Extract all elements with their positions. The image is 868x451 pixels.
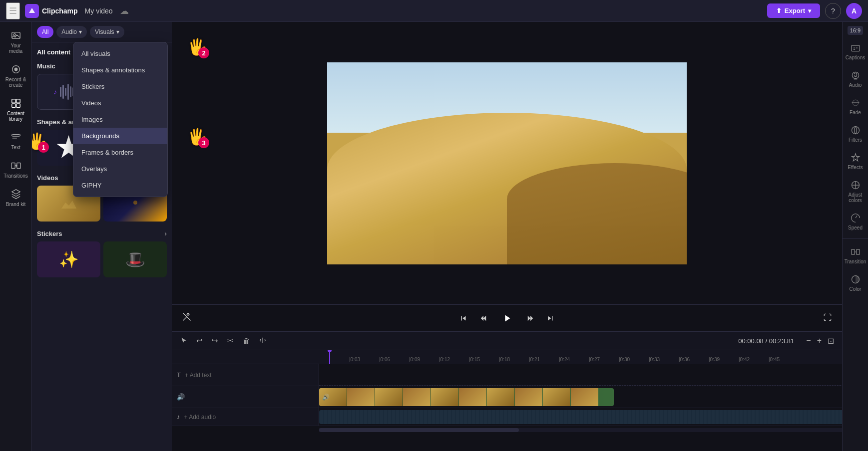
text-track-content[interactable] (319, 364, 842, 386)
magic-wand-button[interactable] (182, 312, 192, 324)
export-label: Export (785, 7, 805, 14)
stickers-section-header[interactable]: Stickers › (37, 229, 167, 237)
dropdown-item-all-visuals[interactable]: All visuals (73, 45, 167, 62)
scrollbar-thumb[interactable] (319, 428, 519, 432)
video-preview-wrapper (172, 22, 842, 304)
playhead[interactable] (329, 350, 330, 364)
export-icon: ⬆ (776, 7, 782, 14)
svg-point-14 (852, 127, 859, 134)
sidebar-item-text[interactable]: Text (2, 128, 30, 154)
cloud-sync-icon: ☁ (120, 5, 129, 16)
svg-rect-17 (856, 249, 860, 254)
dropdown-item-shapes-annotations[interactable]: Shapes & annotations (73, 62, 167, 78)
ruler-tick-5: |0:15 (469, 357, 480, 362)
dropdown-item-videos[interactable]: Videos (73, 95, 167, 111)
rewind-button[interactable] (477, 312, 490, 325)
avatar[interactable]: A (846, 3, 862, 19)
dropdown-item-frames-borders[interactable]: Frames & borders (73, 144, 167, 161)
right-sidebar-effects[interactable]: Effects (845, 149, 867, 174)
dropdown-item-giphy[interactable]: GIPHY (73, 177, 167, 194)
zoom-in-button[interactable]: + (815, 335, 824, 347)
play-icon (501, 313, 512, 324)
video-mini-thumb-8 (515, 388, 542, 406)
ruler-tick-6: |0:18 (499, 357, 510, 362)
sticker-thumb-1[interactable]: ✨ (37, 241, 100, 277)
timeline-toolbar: ↩ ↪ ✂ 🗑 00:00.08 / 00:23.81 − + ⊡ (172, 332, 842, 350)
split-icon (259, 337, 266, 344)
right-sidebar-transition[interactable]: Transition (845, 243, 867, 268)
sticker-thumb-2[interactable]: 🎩 (103, 241, 167, 277)
fullscreen-button[interactable] (823, 313, 832, 323)
ruler-tick-7: |0:21 (529, 357, 540, 362)
right-sidebar-captions[interactable]: Captions (845, 39, 867, 64)
ruler-tick-10: |0:30 (619, 357, 630, 362)
timeline-area: ↩ ↪ ✂ 🗑 00:00.08 / 00:23.81 − + ⊡ (172, 331, 842, 451)
skip-back-button[interactable] (457, 312, 470, 325)
ruler-tick-8: |0:24 (559, 357, 570, 362)
export-button[interactable]: ⬆ Export ▾ (767, 3, 820, 18)
ruler-tick-15: |0:45 (769, 357, 780, 362)
zoom-out-button[interactable]: − (804, 335, 813, 347)
video-mini-thumb-2 (347, 388, 375, 406)
project-name[interactable]: My video (85, 7, 113, 15)
horizontal-scrollbar[interactable] (319, 428, 842, 432)
right-sidebar-audio[interactable]: Audio (845, 66, 867, 92)
sidebar-item-transitions[interactable]: Transitions (2, 156, 30, 183)
dropdown-item-overlays[interactable]: Overlays (73, 161, 167, 177)
dropdown-item-backgrounds[interactable]: Backgrounds (73, 128, 167, 144)
play-button[interactable] (497, 308, 517, 328)
right-sidebar-fade[interactable]: Fade (845, 94, 867, 119)
dropdown-item-stickers[interactable]: Stickers (73, 78, 167, 95)
filter-audio-button[interactable]: Audio ▾ (56, 26, 87, 38)
ruler-tick-2: |0:06 (379, 357, 390, 362)
split-button[interactable] (257, 335, 269, 347)
text-track-row: T + Add text (172, 364, 319, 386)
help-button[interactable]: ? (825, 3, 841, 19)
speed-icon (851, 213, 861, 223)
right-sidebar-filters[interactable]: Filters (845, 121, 867, 147)
magic-wand-icon (182, 312, 192, 322)
filter-visuals-button[interactable]: Visuals ▾ (90, 26, 124, 38)
video-clip[interactable]: 🔊 (319, 388, 614, 406)
audio-track-content-row (319, 408, 842, 426)
sidebar-label-content-library: Content library (4, 111, 28, 122)
adjust-colors-icon (851, 180, 861, 190)
cursor-icon (180, 337, 187, 344)
audio-filter-arrow: ▾ (79, 28, 82, 35)
text-track-icon: T (177, 371, 181, 379)
add-audio-button[interactable]: + Add audio (184, 414, 216, 421)
forward-button[interactable] (524, 312, 537, 325)
skip-forward-icon (546, 314, 555, 323)
sidebar-item-your-media[interactable]: Your media (2, 26, 30, 58)
undo-button[interactable]: ↩ (194, 335, 205, 347)
delete-button[interactable]: 🗑 (240, 335, 253, 347)
add-text-button[interactable]: + Add text (185, 372, 212, 379)
main-layout: Your media Record & create Content libra… (0, 22, 868, 451)
sidebar-item-record-create[interactable]: Record & create (2, 60, 30, 92)
right-sidebar-speed[interactable]: Speed (845, 209, 867, 234)
cursor-tool-button[interactable] (178, 335, 190, 347)
captions-icon (851, 43, 861, 53)
ruler-tick-14: |0:42 (739, 357, 750, 362)
dropdown-item-images[interactable]: Images (73, 111, 167, 128)
visuals-dropdown-menu: All visuals Shapes & annotations Sticker… (73, 42, 168, 197)
aspect-ratio-badge[interactable]: 16:9 (848, 26, 863, 35)
hamburger-button[interactable]: ☰ (6, 2, 20, 19)
app-logo[interactable]: Clipchamp (25, 4, 78, 18)
zoom-fit-button[interactable]: ⊡ (826, 335, 836, 347)
app-name: Clipchamp (42, 7, 78, 15)
right-sidebar-color[interactable]: Color (845, 270, 867, 296)
skip-forward-button[interactable] (544, 312, 557, 325)
playback-buttons-group (457, 308, 557, 328)
video-track-content-row: 🔊 (319, 386, 842, 408)
redo-button[interactable]: ↪ (209, 335, 221, 347)
svg-rect-16 (851, 249, 855, 254)
desert-dune-right (507, 163, 687, 264)
right-sidebar-adjust-colors[interactable]: Adjust colors (845, 176, 867, 207)
stickers-section: Stickers › ✨ 🎩 (37, 229, 167, 277)
sidebar-item-brand[interactable]: Brand kit (2, 185, 30, 211)
filter-all-button[interactable]: All (37, 26, 53, 38)
cut-button[interactable]: ✂ (225, 335, 236, 347)
sidebar-item-content-library[interactable]: Content library (2, 94, 30, 126)
sidebar-label-transitions: Transitions (3, 173, 28, 179)
